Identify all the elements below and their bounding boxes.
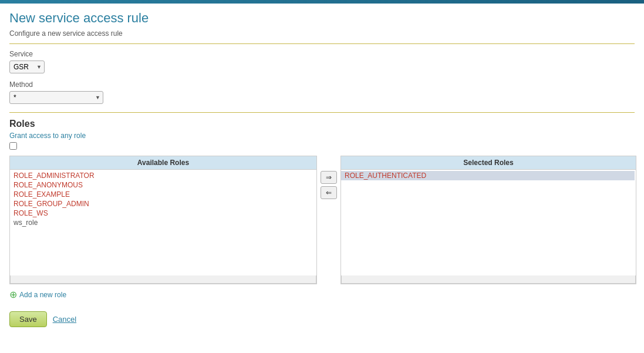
roles-container: Available Roles ROLE_ADMINISTRATOR ROLE_… bbox=[9, 156, 635, 284]
move-left-button[interactable]: ⇐ bbox=[321, 186, 337, 199]
add-role-link[interactable]: ⊕ Add a new role bbox=[9, 290, 635, 300]
section-divider-1 bbox=[9, 43, 635, 44]
list-item[interactable]: ws_role bbox=[10, 218, 315, 227]
selected-roles-list[interactable]: ROLE_AUTHENTICATED bbox=[341, 170, 635, 275]
method-select[interactable]: * bbox=[9, 91, 103, 104]
selected-roles-header: Selected Roles bbox=[341, 156, 636, 170]
cancel-button[interactable]: Cancel bbox=[53, 315, 76, 324]
page-container: New service access rule Configure a new … bbox=[0, 4, 644, 339]
available-roles-list[interactable]: ROLE_ADMINISTRATOR ROLE_ANONYMOUS ROLE_E… bbox=[10, 170, 315, 275]
list-item[interactable]: ROLE_AUTHENTICATED bbox=[341, 171, 635, 180]
selected-roles-box: Selected Roles ROLE_AUTHENTICATED bbox=[340, 156, 636, 284]
list-item[interactable]: ROLE_EXAMPLE bbox=[10, 190, 315, 199]
buttons-row: Save Cancel bbox=[9, 311, 635, 327]
add-role-icon: ⊕ bbox=[9, 290, 17, 300]
grant-access-label: Grant access to any role bbox=[9, 132, 635, 140]
list-item[interactable]: ROLE_ADMINISTRATOR bbox=[10, 171, 315, 180]
page-title: New service access rule bbox=[9, 11, 635, 26]
method-select-wrapper[interactable]: * bbox=[9, 91, 103, 104]
service-select[interactable]: GSR bbox=[9, 60, 45, 73]
save-button[interactable]: Save bbox=[9, 311, 47, 327]
list-item[interactable]: ROLE_GROUP_ADMIN bbox=[10, 199, 315, 209]
method-label: Method bbox=[9, 80, 635, 89]
transfer-buttons: ⇒ ⇐ bbox=[317, 171, 340, 199]
grant-access-checkbox[interactable] bbox=[9, 142, 17, 150]
selected-roles-scrollbar[interactable] bbox=[341, 275, 636, 284]
list-item[interactable]: ROLE_ANONYMOUS bbox=[10, 180, 315, 190]
available-roles-scrollbar[interactable] bbox=[10, 275, 316, 284]
grant-access-checkbox-row bbox=[9, 142, 635, 150]
roles-section-title: Roles bbox=[9, 119, 635, 129]
service-label: Service bbox=[9, 50, 635, 58]
page-subtitle: Configure a new service access rule bbox=[9, 29, 635, 38]
add-role-label: Add a new role bbox=[19, 291, 66, 299]
move-right-button[interactable]: ⇒ bbox=[321, 171, 337, 184]
section-divider-2 bbox=[9, 112, 635, 113]
service-select-wrapper[interactable]: GSR bbox=[9, 60, 45, 73]
available-roles-box: Available Roles ROLE_ADMINISTRATOR ROLE_… bbox=[9, 156, 317, 284]
available-roles-header: Available Roles bbox=[10, 156, 316, 170]
list-item[interactable]: ROLE_WS bbox=[10, 209, 315, 218]
